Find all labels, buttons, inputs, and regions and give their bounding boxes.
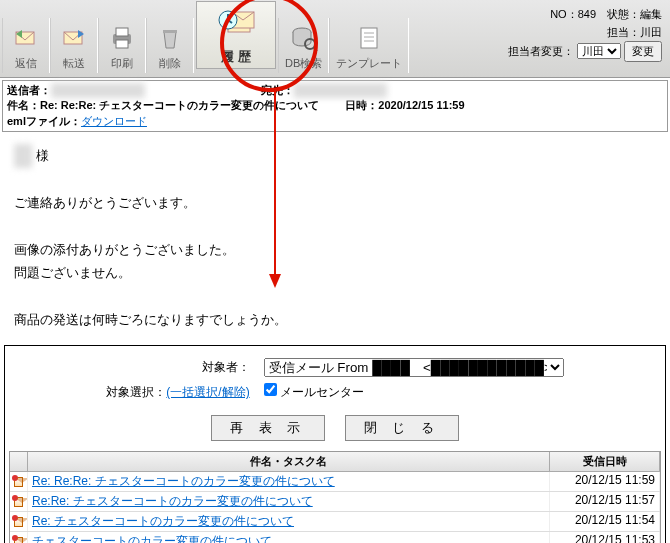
table-row[interactable]: Re: チェスターコートのカラー変更の件について20/12/15 11:54	[10, 512, 660, 532]
change-owner-button[interactable]: 変更	[624, 41, 662, 62]
svg-rect-3	[116, 28, 128, 36]
select-all-link[interactable]: (一括選択/解除)	[166, 385, 249, 399]
reply-icon	[10, 22, 42, 54]
trash-icon	[154, 22, 186, 54]
db-search-icon	[288, 22, 320, 54]
svg-rect-12	[361, 28, 377, 48]
history-grid: 件名・タスク名 受信日時 Re: Re:Re: チェスターコートのカラー変更の件…	[9, 451, 661, 543]
meta-panel: NO：849 状態：編集 担当：川田 担当者変更： 川田 変更	[500, 0, 670, 77]
mail-icon	[14, 537, 23, 543]
target-label: 対象者：	[100, 356, 255, 379]
history-subject-link[interactable]: Re: チェスターコートのカラー変更の件について	[32, 514, 294, 528]
history-panel: 対象者： 受信メール From ████ <████████████> 対象選択…	[4, 345, 666, 543]
history-subject-link[interactable]: Re: Re:Re: チェスターコートのカラー変更の件について	[32, 474, 335, 488]
mail-icon	[14, 497, 23, 507]
template-icon	[353, 22, 385, 54]
message-body: ██ 様 ご連絡ありがとうございます。 画像の添付ありがとうございました。 問題…	[0, 134, 670, 341]
history-icon	[214, 6, 258, 46]
close-button[interactable]: 閉 じ る	[345, 415, 459, 441]
forward-icon	[58, 22, 90, 54]
owner-select[interactable]: 川田	[577, 43, 621, 59]
message-headers: 送信者：████████████ 宛先：████████████ 件名：Re: …	[2, 80, 668, 132]
download-eml-link[interactable]: ダウンロード	[81, 115, 147, 127]
table-row[interactable]: Re: Re:Re: チェスターコートのカラー変更の件について20/12/15 …	[10, 472, 660, 492]
mail-icon	[14, 477, 23, 487]
mailcenter-checkbox[interactable]: メールセンター	[264, 385, 364, 399]
template-button[interactable]: テンプレート	[329, 18, 409, 73]
history-button[interactable]: 履 歴	[196, 1, 276, 69]
toolbar: 返信 転送 印刷 削除 履 歴 DB検索	[0, 0, 670, 78]
mail-icon	[14, 517, 23, 527]
svg-rect-4	[116, 40, 128, 48]
history-subject-link[interactable]: Re:Re: チェスターコートのカラー変更の件について	[32, 494, 313, 508]
table-row[interactable]: Re:Re: チェスターコートのカラー変更の件について20/12/15 11:5…	[10, 492, 660, 512]
redisplay-button[interactable]: 再 表 示	[211, 415, 325, 441]
svg-rect-5	[163, 30, 177, 33]
history-subject-link[interactable]: チェスターコートのカラー変更の件について	[32, 534, 272, 543]
printer-icon	[106, 22, 138, 54]
dbsearch-button[interactable]: DB検索	[278, 18, 329, 73]
reply-button[interactable]: 返信	[2, 18, 50, 73]
target-select[interactable]: 受信メール From ████ <████████████>	[264, 358, 564, 377]
print-button[interactable]: 印刷	[98, 18, 146, 73]
delete-button[interactable]: 削除	[146, 18, 194, 73]
table-row[interactable]: チェスターコートのカラー変更の件について20/12/15 11:53	[10, 532, 660, 543]
forward-button[interactable]: 転送	[50, 18, 98, 73]
svg-line-11	[314, 48, 317, 51]
